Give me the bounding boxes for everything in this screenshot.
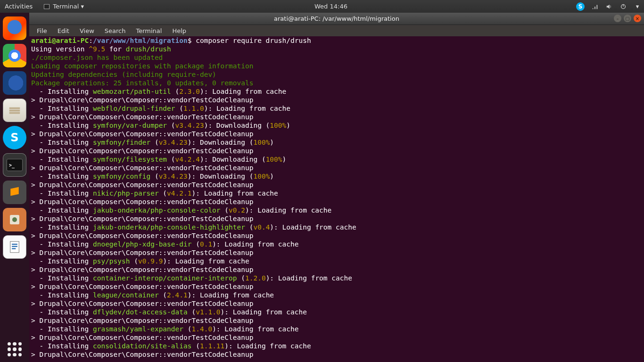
menu-terminal[interactable]: Terminal [131,26,166,35]
dock-app-files[interactable] [3,99,26,122]
dock-app-sublime[interactable] [3,181,26,204]
activities-button[interactable]: Activities [3,3,34,10]
system-menu-chevron-icon[interactable]: ▾ [634,3,641,10]
window-titlebar[interactable]: arati@arati-PC: /var/www/html/migration … [29,13,644,25]
window-maximize-button[interactable]: ▢ [624,15,631,22]
volume-icon[interactable] [605,3,613,10]
network-icon[interactable] [591,3,599,10]
power-icon[interactable] [619,3,627,10]
window-minimize-button[interactable]: – [614,15,621,22]
app-menu-label: Terminal ▾ [53,3,84,10]
terminal-window: arati@arati-PC: /var/www/html/migration … [29,13,644,362]
dock-app-libreoffice-writer[interactable] [3,235,26,259]
window-title: arati@arati-PC: /var/www/html/migration [274,15,399,22]
dock-app-image-viewer[interactable] [3,208,26,231]
svg-rect-10 [12,244,17,245]
menu-file[interactable]: File [32,26,52,35]
menu-search[interactable]: Search [100,26,131,35]
clock[interactable]: Wed 14:46 [86,3,576,10]
dock-app-terminal[interactable]: >_ [3,153,26,177]
svg-point-8 [12,217,17,222]
dock-app-skype[interactable]: S [3,126,26,149]
dock: S >_ [0,13,29,362]
svg-rect-12 [12,248,16,249]
svg-rect-5 [9,110,20,112]
window-close-button[interactable]: × [634,15,641,22]
svg-rect-11 [12,246,17,247]
dock-app-firefox[interactable] [3,16,26,40]
svg-rect-4 [9,107,20,109]
dock-app-thunderbird[interactable] [3,71,26,95]
svg-rect-6 [9,112,20,114]
menu-view[interactable]: View [75,26,99,35]
dock-app-chrome[interactable] [3,44,26,67]
svg-rect-1 [44,4,50,8]
terminal-output[interactable]: arati@arati-PC:/var/www/html/migration$ … [29,36,644,362]
top-panel: Activities Terminal ▾ Wed 14:46 S ▾ [0,0,644,13]
menu-edit[interactable]: Edit [53,26,74,35]
show-applications-button[interactable] [8,342,22,356]
menu-help[interactable]: Help [167,26,191,35]
terminal-menubar: File Edit View Search Terminal Help [29,25,644,36]
app-menu[interactable]: Terminal ▾ [41,3,86,10]
terminal-icon [43,3,50,10]
skype-indicator-icon[interactable]: S [576,2,585,11]
svg-rect-3 [623,4,623,6]
